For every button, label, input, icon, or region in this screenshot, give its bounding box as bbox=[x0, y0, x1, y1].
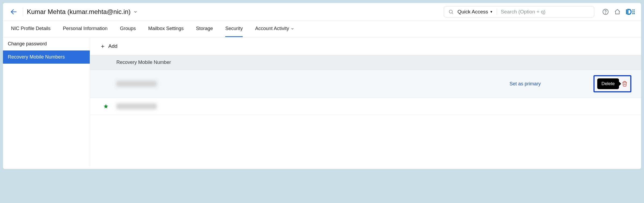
search-input[interactable] bbox=[501, 9, 590, 15]
page-title-text: Kumar Mehta (kumar.mehta@nic.in) bbox=[27, 8, 131, 16]
trash-icon bbox=[622, 81, 628, 87]
add-button[interactable]: ＋ Add bbox=[90, 37, 641, 55]
sidebar-item-change-password[interactable]: Change password bbox=[3, 37, 90, 50]
delete-tooltip: Delete bbox=[597, 78, 619, 89]
tab-nic-profile[interactable]: NIC Profile Details bbox=[11, 21, 51, 37]
caret-down-icon: ▼ bbox=[490, 10, 493, 14]
home-icon bbox=[614, 9, 621, 15]
app-window: Kumar Mehta (kumar.mehta@nic.in) Quick A… bbox=[3, 3, 641, 169]
svg-rect-8 bbox=[632, 13, 633, 14]
tab-mailbox-settings[interactable]: Mailbox Settings bbox=[148, 21, 184, 37]
divider bbox=[23, 8, 23, 16]
svg-point-4 bbox=[605, 13, 606, 13]
svg-point-1 bbox=[449, 10, 452, 13]
nav-tabs: NIC Profile Details Personal Information… bbox=[3, 21, 641, 37]
search-bar: Quick Access ▼ bbox=[444, 6, 594, 17]
svg-rect-6 bbox=[632, 9, 633, 10]
svg-rect-11 bbox=[634, 13, 635, 14]
home-button[interactable] bbox=[614, 9, 621, 15]
help-icon bbox=[602, 9, 609, 15]
plus-icon: ＋ bbox=[100, 42, 106, 50]
sidebar-item-recovery-mobile[interactable]: Recovery Mobile Numbers bbox=[3, 50, 90, 64]
brand-logo[interactable] bbox=[626, 8, 636, 15]
delete-button[interactable] bbox=[622, 81, 628, 87]
tab-groups[interactable]: Groups bbox=[120, 21, 136, 37]
svg-rect-9 bbox=[634, 9, 635, 10]
content-area: ＋ Add Recovery Mobile Number Set as prim… bbox=[90, 37, 641, 166]
back-button[interactable] bbox=[8, 6, 19, 17]
topbar: Kumar Mehta (kumar.mehta@nic.in) Quick A… bbox=[3, 3, 641, 21]
star-column bbox=[100, 104, 112, 109]
chevron-down-icon bbox=[133, 10, 138, 14]
help-button[interactable] bbox=[602, 9, 609, 15]
table-row[interactable] bbox=[90, 98, 641, 115]
set-primary-link[interactable]: Set as primary bbox=[510, 81, 541, 87]
table-column-header: Recovery Mobile Number bbox=[90, 55, 641, 70]
svg-marker-12 bbox=[104, 104, 108, 108]
svg-rect-10 bbox=[634, 11, 635, 12]
star-icon bbox=[103, 104, 109, 109]
add-label: Add bbox=[108, 43, 117, 49]
brand-logo-icon bbox=[626, 8, 636, 15]
user-title-dropdown[interactable]: Kumar Mehta (kumar.mehta@nic.in) bbox=[27, 8, 138, 16]
svg-rect-5 bbox=[626, 9, 627, 14]
search-icon bbox=[448, 9, 454, 15]
phone-number-redacted bbox=[116, 103, 157, 109]
tab-account-activity[interactable]: Account Activity bbox=[255, 21, 294, 37]
quick-access-dropdown[interactable]: Quick Access ▼ bbox=[457, 9, 493, 15]
tab-storage[interactable]: Storage bbox=[196, 21, 213, 37]
svg-rect-7 bbox=[632, 11, 633, 12]
tab-personal-info[interactable]: Personal Information bbox=[63, 21, 108, 37]
quick-access-label: Quick Access bbox=[457, 9, 488, 15]
phone-number-redacted bbox=[116, 81, 157, 87]
top-icons bbox=[602, 8, 636, 15]
body: Change password Recovery Mobile Numbers … bbox=[3, 37, 641, 166]
divider bbox=[497, 9, 497, 15]
delete-highlight: Delete bbox=[593, 75, 631, 92]
chevron-down-icon bbox=[291, 27, 294, 31]
arrow-left-icon bbox=[10, 8, 17, 16]
svg-line-2 bbox=[452, 13, 453, 14]
table-row[interactable]: Set as primary Delete bbox=[90, 70, 641, 98]
tab-security[interactable]: Security bbox=[225, 21, 243, 37]
sidebar: Change password Recovery Mobile Numbers bbox=[3, 37, 90, 166]
